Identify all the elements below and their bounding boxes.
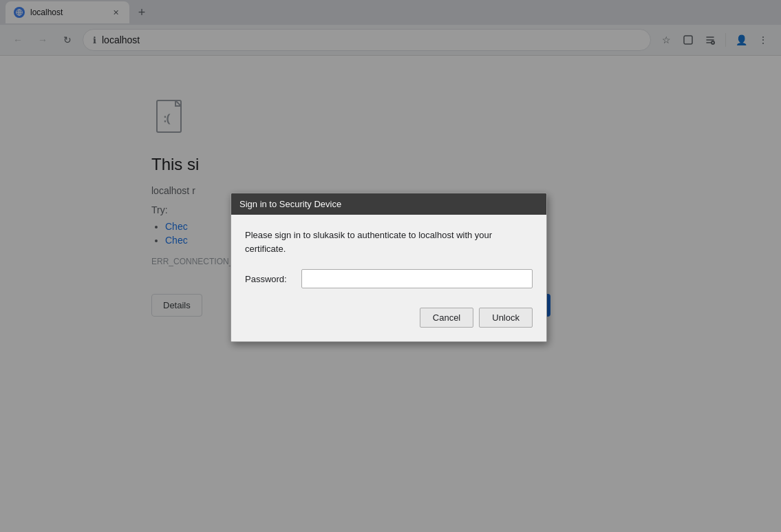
dialog-title: Sign in to Security Device [239, 199, 341, 209]
dialog-body: Please sign in to slukasik to authentica… [231, 215, 546, 341]
password-label: Password: [245, 274, 293, 284]
dialog-actions: Cancel Unlock [245, 302, 533, 330]
cancel-button[interactable]: Cancel [420, 308, 473, 328]
security-device-dialog: Sign in to Security Device Please sign i… [231, 193, 547, 342]
dialog-message: Please sign in to slukasik to authentica… [245, 228, 533, 255]
modal-overlay: Sign in to Security Device Please sign i… [0, 0, 781, 532]
password-input[interactable] [301, 269, 533, 288]
dialog-title-bar: Sign in to Security Device [231, 193, 546, 215]
unlock-button[interactable]: Unlock [479, 308, 533, 328]
password-field-row: Password: [245, 269, 533, 288]
